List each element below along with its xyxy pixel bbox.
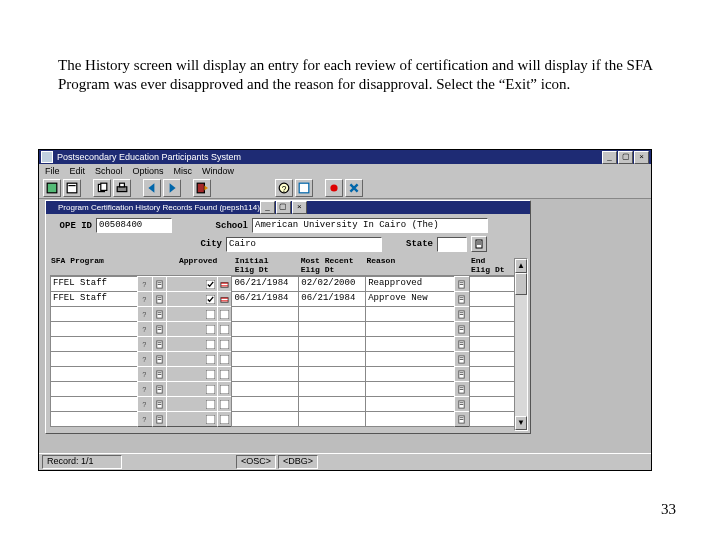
cell-initial[interactable] <box>231 396 299 412</box>
cell-sfa[interactable] <box>50 381 138 397</box>
row-help-icon[interactable]: ? <box>137 291 152 307</box>
row-help-icon[interactable]: ? <box>137 336 152 352</box>
scroll-up-icon[interactable]: ▲ <box>515 259 527 273</box>
cell-most-recent[interactable] <box>298 396 366 412</box>
row-reason-lookup-icon[interactable] <box>454 306 469 322</box>
toolbar-prev-icon[interactable] <box>143 179 161 197</box>
row-list-icon[interactable] <box>152 291 167 307</box>
city-field[interactable]: Cairo <box>226 237 382 252</box>
cell-sfa[interactable] <box>50 321 138 337</box>
cell-reason[interactable]: Approve New <box>365 291 455 307</box>
cell-initial[interactable] <box>231 381 299 397</box>
inner-maximize-button[interactable]: ▢ <box>276 201 291 214</box>
row-reason-lookup-icon[interactable] <box>454 276 469 292</box>
row-help-icon[interactable]: ? <box>137 321 152 337</box>
cell-most-recent[interactable]: 06/21/1984 <box>298 291 366 307</box>
row-reason-lookup-icon[interactable] <box>454 321 469 337</box>
menu-window[interactable]: Window <box>202 166 234 176</box>
scroll-thumb[interactable] <box>515 273 527 295</box>
toolbar-button-1[interactable] <box>43 179 61 197</box>
cell-approved-checkbox[interactable] <box>166 276 219 292</box>
toolbar-copy-icon[interactable] <box>93 179 111 197</box>
cell-most-recent[interactable] <box>298 306 366 322</box>
toolbar-next-icon[interactable] <box>163 179 181 197</box>
row-help-icon[interactable]: ? <box>137 276 152 292</box>
row-list-icon[interactable] <box>152 276 167 292</box>
cell-sfa[interactable]: FFEL Staff <box>50 291 138 307</box>
cell-most-recent[interactable]: 02/02/2000 <box>298 276 366 292</box>
cell-sfa[interactable] <box>50 366 138 382</box>
cell-most-recent[interactable] <box>298 411 366 427</box>
row-list-icon[interactable] <box>152 411 167 427</box>
cell-most-recent[interactable] <box>298 336 366 352</box>
cell-most-recent[interactable] <box>298 366 366 382</box>
cell-reason[interactable] <box>365 411 455 427</box>
cell-reason[interactable] <box>365 381 455 397</box>
cell-reason[interactable] <box>365 366 455 382</box>
cell-sfa[interactable]: FFEL Staff <box>50 276 138 292</box>
cell-initial[interactable]: 06/21/1984 <box>231 291 299 307</box>
row-flag-icon[interactable] <box>217 351 232 367</box>
cell-most-recent[interactable] <box>298 351 366 367</box>
row-help-icon[interactable]: ? <box>137 306 152 322</box>
row-flag-icon[interactable] <box>217 381 232 397</box>
row-reason-lookup-icon[interactable] <box>454 411 469 427</box>
cell-reason[interactable] <box>365 351 455 367</box>
toolbar-button-2[interactable] <box>63 179 81 197</box>
row-flag-icon[interactable] <box>217 306 232 322</box>
cell-approved-checkbox[interactable] <box>166 396 219 412</box>
minimize-button[interactable]: _ <box>602 151 617 164</box>
row-reason-lookup-icon[interactable] <box>454 396 469 412</box>
menu-school[interactable]: School <box>95 166 123 176</box>
cell-approved-checkbox[interactable] <box>166 306 219 322</box>
row-reason-lookup-icon[interactable] <box>454 381 469 397</box>
row-flag-icon[interactable] <box>217 396 232 412</box>
cell-approved-checkbox[interactable] <box>166 411 219 427</box>
cell-sfa[interactable] <box>50 306 138 322</box>
maximize-button[interactable]: ▢ <box>618 151 633 164</box>
toolbar-exit-icon[interactable] <box>193 179 211 197</box>
row-help-icon[interactable]: ? <box>137 351 152 367</box>
row-reason-lookup-icon[interactable] <box>454 291 469 307</box>
toolbar-help-icon[interactable]: ? <box>275 179 293 197</box>
cell-initial[interactable]: 06/21/1984 <box>231 276 299 292</box>
toolbar-button-9[interactable] <box>295 179 313 197</box>
row-help-icon[interactable]: ? <box>137 396 152 412</box>
inner-close-button[interactable]: × <box>292 201 307 214</box>
menu-options[interactable]: Options <box>133 166 164 176</box>
row-help-icon[interactable]: ? <box>137 411 152 427</box>
cell-approved-checkbox[interactable] <box>166 366 219 382</box>
row-list-icon[interactable] <box>152 396 167 412</box>
cell-approved-checkbox[interactable] <box>166 321 219 337</box>
cell-initial[interactable] <box>231 366 299 382</box>
close-button[interactable]: × <box>634 151 649 164</box>
cell-approved-checkbox[interactable] <box>166 351 219 367</box>
cell-initial[interactable] <box>231 351 299 367</box>
row-list-icon[interactable] <box>152 306 167 322</box>
school-field[interactable]: American University In Cairo (The) <box>252 218 488 233</box>
state-field[interactable] <box>437 237 467 252</box>
cell-initial[interactable] <box>231 306 299 322</box>
ope-id-field[interactable]: 00508400 <box>96 218 172 233</box>
menu-misc[interactable]: Misc <box>174 166 193 176</box>
cell-most-recent[interactable] <box>298 381 366 397</box>
row-help-icon[interactable]: ? <box>137 366 152 382</box>
row-flag-icon[interactable] <box>217 321 232 337</box>
toolbar-button-11[interactable] <box>345 179 363 197</box>
row-reason-lookup-icon[interactable] <box>454 366 469 382</box>
row-reason-lookup-icon[interactable] <box>454 336 469 352</box>
toolbar-print-icon[interactable] <box>113 179 131 197</box>
cell-reason[interactable] <box>365 321 455 337</box>
row-flag-icon[interactable] <box>217 411 232 427</box>
row-flag-icon[interactable] <box>217 366 232 382</box>
vertical-scrollbar[interactable]: ▲ ▼ <box>514 258 528 431</box>
menu-edit[interactable]: Edit <box>70 166 86 176</box>
row-reason-lookup-icon[interactable] <box>454 351 469 367</box>
cell-sfa[interactable] <box>50 396 138 412</box>
cell-most-recent[interactable] <box>298 321 366 337</box>
cell-sfa[interactable] <box>50 351 138 367</box>
cell-reason[interactable]: Reapproved <box>365 276 455 292</box>
row-list-icon[interactable] <box>152 321 167 337</box>
row-help-icon[interactable]: ? <box>137 381 152 397</box>
toolbar-button-10[interactable] <box>325 179 343 197</box>
